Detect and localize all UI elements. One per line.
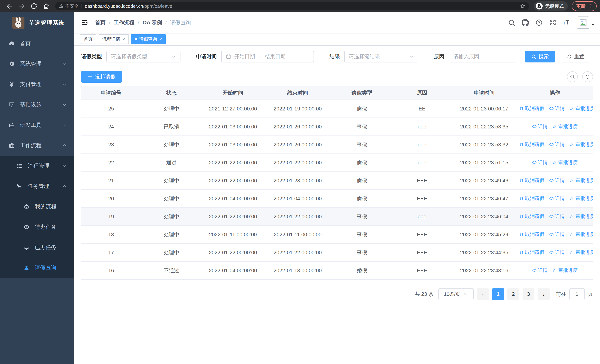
sidebar-item-task-mgmt[interactable]: 任务管理: [0, 176, 74, 196]
action-progress[interactable]: 审批进度: [569, 195, 593, 202]
goto-page-input[interactable]: 1: [569, 288, 585, 300]
action-progress[interactable]: 审批进度: [569, 141, 593, 148]
avatar-caret-down-icon[interactable]: [591, 22, 595, 27]
navbar: 首页/工作流程/OA 示例/请假查询 TT: [74, 12, 600, 33]
sidebar-item-payment[interactable]: 支付管理: [0, 74, 74, 94]
sidebar-item-system[interactable]: 系统管理: [0, 54, 74, 74]
home-icon[interactable]: [43, 3, 50, 10]
tab-close-icon[interactable]: ×: [159, 37, 162, 42]
sidebar-item-infra[interactable]: 基础设施: [0, 94, 74, 115]
sidebar-item-label: 流程管理: [28, 162, 49, 169]
action-progress[interactable]: 审批进度: [569, 249, 593, 256]
action-cancel-leave[interactable]: 取消请假: [519, 213, 544, 220]
breadcrumb-item[interactable]: 首页: [95, 19, 106, 26]
search-button[interactable]: 搜索: [525, 51, 555, 63]
reload-icon[interactable]: [30, 3, 38, 10]
sidebar-item-label: 工作流程: [20, 142, 41, 149]
edit-icon: [569, 250, 574, 255]
cell-id: 22: [81, 154, 141, 172]
tab-home[interactable]: 首页: [80, 34, 96, 44]
sidebar-item-leave-query[interactable]: 请假查询: [0, 258, 74, 278]
sidebar-collapse-icon[interactable]: [81, 19, 88, 26]
action-label: 详情: [555, 213, 565, 220]
page-button-2[interactable]: 2: [507, 288, 519, 300]
leave-type-select[interactable]: 请选择请假类型: [106, 51, 180, 63]
browser-update-button[interactable]: 更新: [572, 1, 597, 11]
action-cancel-leave[interactable]: 取消请假: [519, 105, 544, 112]
cell-actions: 取消请假详情审批进度: [517, 208, 593, 225]
fullscreen-icon[interactable]: [549, 19, 556, 26]
cell-reason: EEE: [392, 225, 451, 243]
avatar[interactable]: [577, 17, 589, 29]
action-progress[interactable]: 审批进度: [569, 105, 593, 112]
sidebar-item-my-process[interactable]: 我的流程: [0, 196, 74, 217]
forward-icon[interactable]: [18, 3, 25, 10]
page-button-3[interactable]: 3: [523, 288, 534, 300]
page-size-select[interactable]: 10条/页: [438, 288, 474, 300]
reset-button[interactable]: 重置: [561, 51, 590, 63]
start-date-placeholder: 开始日期: [234, 53, 255, 60]
action-detail[interactable]: 详情: [532, 159, 548, 166]
back-icon[interactable]: [6, 3, 13, 10]
browser-menu-icon[interactable]: [588, 3, 594, 9]
bookmark-star-icon[interactable]: [520, 3, 525, 9]
sidebar-item-workflow[interactable]: 工作流程: [0, 135, 74, 156]
sidebar-item-done-tasks[interactable]: 已办任务: [0, 237, 74, 258]
tags-view: 首页流程详情×请假查询×: [74, 33, 600, 46]
view-icon: [549, 250, 554, 255]
refresh-table-button[interactable]: [582, 71, 593, 82]
cell-type: 事假: [331, 136, 393, 154]
cell-end: 2022-01-11 00:00:00: [264, 225, 331, 243]
action-cancel-leave[interactable]: 取消请假: [519, 249, 544, 256]
action-cancel-leave[interactable]: 取消请假: [519, 141, 544, 148]
action-detail[interactable]: 详情: [549, 177, 565, 184]
cell-apply_time: 2022-01-22 23:53:35: [452, 118, 517, 136]
plus-icon: [87, 74, 93, 79]
action-progress[interactable]: 审批进度: [552, 123, 578, 130]
action-detail[interactable]: 详情: [549, 141, 565, 148]
action-detail[interactable]: 详情: [549, 231, 565, 238]
cell-end: 2022-01-19 00:00:00: [264, 100, 331, 118]
tab-process-detail[interactable]: 流程详情×: [99, 34, 129, 44]
action-detail[interactable]: 详情: [549, 195, 565, 202]
action-progress[interactable]: 审批进度: [569, 231, 593, 238]
action-progress[interactable]: 审批进度: [552, 267, 578, 274]
search-icon[interactable]: [508, 19, 515, 26]
incognito-badge: 无痕模式: [534, 1, 568, 11]
sidebar-logo-row[interactable]: 芋道管理系统: [0, 12, 74, 33]
sidebar-item-todo-tasks[interactable]: 待办任务: [0, 217, 74, 237]
action-progress[interactable]: 审批进度: [569, 213, 593, 220]
sidebar-item-process-mgmt[interactable]: 流程管理: [0, 156, 74, 176]
cell-end: 2022-01-26 00:00:00: [264, 118, 331, 136]
action-cancel-leave[interactable]: 取消请假: [519, 195, 544, 202]
action-detail[interactable]: 详情: [549, 105, 565, 112]
tab-close-icon[interactable]: ×: [122, 37, 125, 42]
page-button-1[interactable]: 1: [492, 288, 504, 300]
next-page-button[interactable]: ›: [538, 288, 550, 300]
result-select[interactable]: 请选择流结果: [344, 51, 418, 63]
toggle-search-button[interactable]: [567, 71, 578, 82]
action-detail[interactable]: 详情: [549, 213, 565, 220]
font-size-icon[interactable]: TT: [563, 19, 570, 26]
help-icon[interactable]: [535, 19, 543, 26]
breadcrumb-item[interactable]: 工作流程: [114, 19, 134, 26]
breadcrumb-item[interactable]: OA 示例: [143, 19, 162, 26]
create-leave-button[interactable]: 发起请假: [81, 71, 122, 83]
action-cancel-leave[interactable]: 取消请假: [519, 231, 544, 238]
reason-input[interactable]: 请输入原因: [449, 51, 517, 63]
action-detail[interactable]: 详情: [532, 123, 548, 130]
sidebar-item-devtools[interactable]: 研发工具: [0, 115, 74, 135]
action-cancel-leave[interactable]: 取消请假: [519, 177, 544, 184]
action-detail[interactable]: 详情: [549, 249, 565, 256]
action-detail[interactable]: 详情: [532, 267, 548, 274]
tab-leave-query[interactable]: 请假查询×: [131, 34, 166, 44]
prev-page-button[interactable]: ‹: [477, 288, 489, 300]
sidebar-item-home[interactable]: 首页: [0, 33, 74, 54]
action-progress[interactable]: 审批进度: [569, 177, 593, 184]
cell-id: 23: [81, 136, 141, 154]
action-progress[interactable]: 审批进度: [552, 159, 578, 166]
breadcrumb-separator: /: [138, 20, 139, 26]
date-range-picker[interactable]: 开始日期 - 结束日期: [221, 51, 314, 63]
address-bar[interactable]: 不安全 dashboard.yudao.iocoder.cn /bpm/oa/l…: [55, 2, 529, 10]
github-icon[interactable]: [522, 19, 529, 26]
